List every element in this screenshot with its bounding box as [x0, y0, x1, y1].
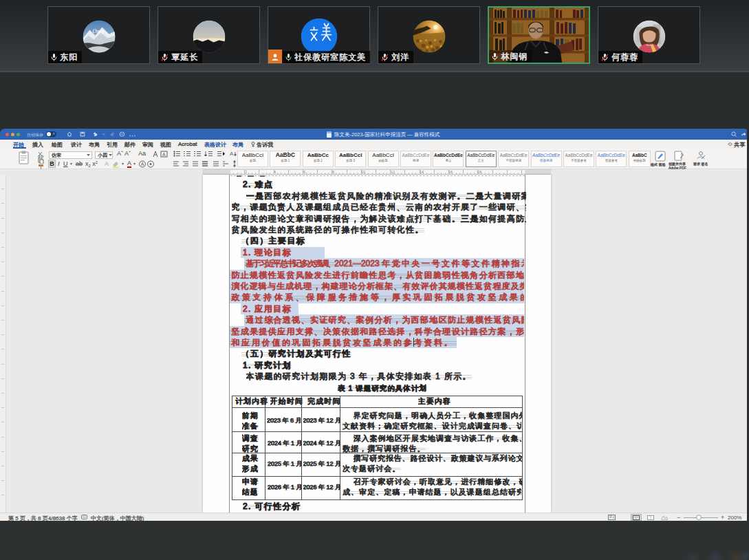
svg-text:A: A: [141, 162, 144, 166]
svg-text:A: A: [162, 152, 166, 157]
svg-text:A: A: [230, 151, 234, 157]
svg-text:Oney: Oney: [92, 28, 104, 34]
